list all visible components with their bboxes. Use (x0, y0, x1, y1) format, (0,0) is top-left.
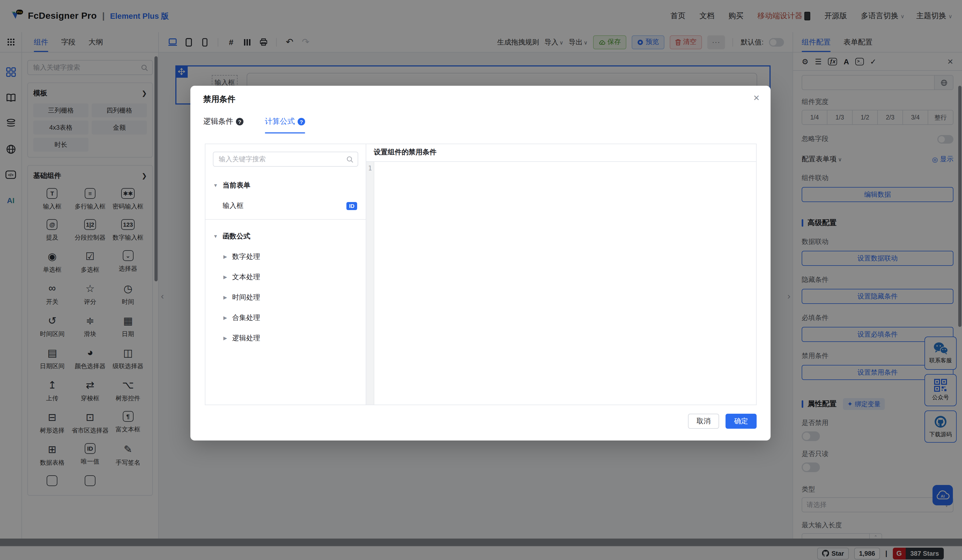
dialog-content: ▼ 当前表单 输入框 ID ▼ 函数公式 ▶ 数字处理 ▶ 文本处理 ▶ 时间处… (205, 143, 757, 405)
caret-down-icon[interactable]: ▼ (213, 233, 218, 239)
dialog-tab[interactable]: 计算公式 ? (265, 117, 305, 134)
formula-editor-pane: 设置组件的禁用条件 1 (366, 144, 756, 405)
caret-right-icon[interactable]: ▶ (223, 335, 228, 341)
id-badge: ID (346, 202, 357, 210)
function-categories: ▶ 数字处理 ▶ 文本处理 ▶ 时间处理 ▶ 合集处理 ▶ 逻辑处理 (213, 252, 358, 343)
dialog-tab[interactable]: 逻辑条件 ? (203, 117, 244, 134)
code-editor[interactable] (374, 162, 756, 405)
variable-search[interactable] (213, 152, 358, 167)
line-number-gutter: 1 (366, 162, 374, 405)
help-icon[interactable]: ? (236, 118, 244, 126)
help-icon[interactable]: ? (298, 118, 305, 126)
variable-search-input[interactable] (218, 155, 343, 163)
caret-right-icon[interactable]: ▶ (223, 295, 228, 300)
confirm-button[interactable]: 确定 (726, 414, 757, 429)
dialog-title: 禁用条件 (203, 94, 236, 105)
variable-tree-pane: ▼ 当前表单 输入框 ID ▼ 函数公式 ▶ 数字处理 ▶ 文本处理 ▶ 时间处… (205, 144, 366, 405)
tree-divider (205, 219, 366, 220)
function-category[interactable]: ▶ 逻辑处理 (213, 333, 358, 343)
tree-group-functions[interactable]: ▼ 函数公式 (213, 232, 358, 241)
disable-condition-dialog: 禁用条件 ✕ 逻辑条件 ? 计算公式 ? ▼ 当前表单 (190, 86, 771, 441)
editor-header: 设置组件的禁用条件 (366, 144, 756, 162)
dialog-footer: 取消 确定 (688, 414, 757, 429)
fcdesigner-app: Pro FcDesigner Pro | Element Plus 版 首页 文… (0, 0, 962, 560)
search-icon (346, 156, 353, 163)
caret-right-icon[interactable]: ▶ (223, 315, 228, 320)
editor-body: 1 (366, 162, 756, 405)
function-category[interactable]: ▶ 数字处理 (213, 252, 358, 262)
function-category[interactable]: ▶ 时间处理 (213, 293, 358, 302)
caret-right-icon[interactable]: ▶ (223, 254, 228, 259)
caret-down-icon[interactable]: ▼ (213, 183, 218, 188)
caret-right-icon[interactable]: ▶ (223, 274, 228, 280)
dialog-tabs: 逻辑条件 ? 计算公式 ? (203, 117, 305, 134)
cancel-button[interactable]: 取消 (688, 414, 719, 429)
function-category[interactable]: ▶ 文本处理 (213, 272, 358, 282)
tree-item-input-field[interactable]: 输入框 ID (213, 201, 358, 211)
close-icon[interactable]: ✕ (753, 93, 760, 103)
tree-group-current-form[interactable]: ▼ 当前表单 (213, 180, 358, 190)
function-category[interactable]: ▶ 合集处理 (213, 313, 358, 323)
